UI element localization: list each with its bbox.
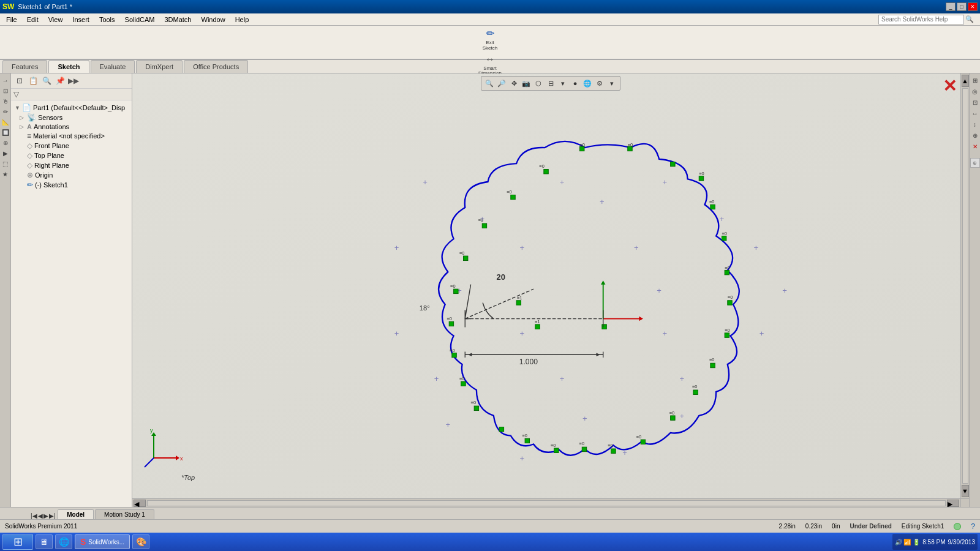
taskbar-app-1[interactable]: 🖥 [36, 534, 53, 549]
vscroll-up[interactable]: ▲ [962, 75, 969, 87]
svg-rect-47 [454, 289, 458, 293]
tree-item-sensors[interactable]: ▷ 📡 Sensors [13, 113, 129, 122]
vscroll-down[interactable]: ▼ [962, 485, 969, 497]
sketch-canvas[interactable]: 🔍 🔎 ✥ 📷 ⬡ ⊟ ▾ ● 🌐 ⚙ ▾ ✕ + + + + + [132, 73, 969, 507]
vert-icon-8[interactable]: ▶ [1, 149, 10, 157]
svg-text:+: + [754, 243, 759, 252]
vert-icon-1[interactable]: → [1, 76, 10, 84]
svg-text:≡0: ≡0 [628, 142, 633, 148]
vert-icon-6[interactable]: 🔲 [1, 128, 10, 137]
vert-icon-5[interactable]: 📐 [1, 118, 10, 126]
help-icon[interactable]: ? [971, 522, 975, 531]
vertical-scrollbar[interactable]: ▲ ▼ [960, 73, 969, 498]
sensors-icon: 📡 [27, 113, 36, 122]
svg-text:≡0: ≡0 [709, 199, 714, 204]
menu-view[interactable]: View [43, 15, 68, 24]
tree-collapse-btn[interactable]: 📋 [27, 75, 39, 87]
menu-tools[interactable]: Tools [94, 15, 120, 24]
tab-dimxpert[interactable]: DimXpert [136, 60, 183, 73]
svg-text:≡0: ≡0 [580, 142, 585, 148]
btab-motion-study[interactable]: Motion Study 1 [95, 509, 154, 519]
menu-window[interactable]: Window [197, 15, 230, 24]
tab-evaluate[interactable]: Evaluate [91, 60, 135, 73]
tree-item-front-plane[interactable]: ▷ ◇ Front Plane [13, 141, 129, 151]
taskbar-app-3[interactable]: 🎨 [132, 534, 149, 549]
svg-marker-94 [597, 353, 601, 356]
vert-icon-2[interactable]: ⊡ [1, 86, 10, 95]
status-bar-right: 2.28in 0.23in 0in Under Defined Editing … [779, 522, 975, 531]
tab-features[interactable]: Features [2, 60, 47, 73]
tree-item-sketch1[interactable]: ▷ ✏ (-) Sketch1 [13, 180, 129, 190]
hscroll-right[interactable]: ▶ [947, 500, 959, 507]
svg-rect-32 [728, 301, 732, 305]
expand-part1[interactable]: ▼ [15, 105, 21, 111]
tab-office-products[interactable]: Office Products [184, 60, 248, 73]
svg-text:≡0: ≡0 [450, 348, 454, 353]
menu-solidcam[interactable]: SolidCAM [120, 15, 160, 24]
tree-item-material[interactable]: ▷ ≡ Material <not specified> [13, 131, 129, 141]
start-button[interactable]: ⊞ [2, 534, 33, 550]
menu-insert[interactable]: Insert [67, 15, 94, 24]
tab-sketch[interactable]: Sketch [48, 60, 89, 73]
menu-help[interactable]: Help [230, 15, 254, 24]
search-icon[interactable]: 🔍 [965, 15, 974, 23]
menu-file[interactable]: File [1, 15, 22, 24]
zoom-to-fit-btn[interactable]: 🔍 [484, 78, 495, 89]
scene-btn[interactable]: 🌐 [582, 78, 593, 89]
view-more-btn[interactable]: ▾ [606, 78, 617, 89]
vert-icon-3[interactable]: 🖱 [1, 97, 10, 105]
title-bar-controls[interactable]: _ □ ✕ [946, 2, 978, 11]
tree-item-part1[interactable]: ▼ 📄 Part1 (Default<<Default>_Disp [13, 103, 129, 113]
search-input[interactable] [878, 15, 964, 24]
view-cube-btn[interactable]: ⬡ [533, 78, 544, 89]
hscroll-left[interactable]: ◀ [134, 500, 146, 507]
vscroll-thumb[interactable] [962, 88, 968, 484]
tree-more-btn[interactable]: ▶▶ [67, 75, 80, 87]
display-style-btn[interactable]: ▾ [557, 78, 568, 89]
minimize-button[interactable]: _ [946, 2, 956, 11]
tab-nav-first[interactable]: |◀ [31, 512, 37, 519]
vert-icon-9[interactable]: ⬚ [1, 159, 10, 168]
view-toolbar: 🔍 🔎 ✥ 📷 ⬡ ⊟ ▾ ● 🌐 ⚙ ▾ [481, 76, 620, 91]
annotations-label: Annotations [34, 123, 69, 130]
orient-btn[interactable]: 📷 [521, 78, 532, 89]
tree-pin-btn[interactable]: 📌 [54, 75, 66, 87]
svg-text:+: + [657, 286, 662, 295]
taskbar-app-2[interactable]: 🌐 [55, 534, 72, 549]
tab-nav-last[interactable]: ▶| [49, 512, 56, 519]
lighting-btn[interactable]: ● [570, 78, 581, 89]
svg-rect-46 [449, 321, 453, 326]
btab-model[interactable]: Model [58, 509, 94, 519]
vert-icon-7[interactable]: ⊕ [1, 138, 10, 147]
maximize-button[interactable]: □ [957, 2, 967, 11]
tab-nav-arrows[interactable]: |◀ ◀ ▶ ▶| [31, 512, 55, 519]
svg-text:≡0: ≡0 [725, 265, 729, 271]
view-settings-btn[interactable]: ⚙ [594, 78, 605, 89]
tree-search-btn[interactable]: 🔍 [40, 75, 53, 87]
vert-icon-4[interactable]: ✏ [1, 107, 10, 116]
menu-edit[interactable]: Edit [22, 15, 43, 24]
horizontal-scrollbar[interactable]: ◀ ▶ [132, 498, 960, 507]
tree-item-right-plane[interactable]: ▷ ◇ Right Plane [13, 160, 129, 170]
tree-item-top-plane[interactable]: ▷ ◇ Top Plane [13, 151, 129, 160]
taskbar-solidworks-btn[interactable]: S SolidWorks... [75, 534, 130, 549]
exit-sketch-button[interactable]: ✏ ExitSketch [474, 27, 506, 52]
vert-icon-10[interactable]: ★ [1, 170, 10, 178]
sidebar-toolbar: ⊡ 📋 🔍 📌 ▶▶ [11, 73, 132, 89]
tree-filter-btn[interactable]: ⊡ [13, 75, 26, 87]
tree-item-annotations[interactable]: ▷ A Annotations [13, 122, 129, 131]
expand-annotations[interactable]: ▷ [20, 124, 26, 130]
svg-line-87 [465, 289, 533, 318]
section-view-btn[interactable]: ⊟ [545, 78, 556, 89]
sensors-label: Sensors [38, 114, 62, 121]
menu-3dmatch[interactable]: 3DMatch [159, 15, 196, 24]
right-plane-label: Right Plane [34, 162, 69, 169]
tab-nav-prev[interactable]: ◀ [38, 512, 43, 519]
tree-item-origin[interactable]: ▷ ⊕ Origin [13, 170, 129, 180]
pan-btn[interactable]: ✥ [508, 78, 519, 89]
tab-nav-next[interactable]: ▶ [43, 512, 48, 519]
title-bar: SW Sketch1 of Part1 * _ □ ✕ [0, 0, 980, 13]
expand-sensors[interactable]: ▷ [20, 114, 26, 121]
hscroll-thumb[interactable] [147, 500, 946, 506]
zoom-btn[interactable]: 🔎 [496, 78, 507, 89]
